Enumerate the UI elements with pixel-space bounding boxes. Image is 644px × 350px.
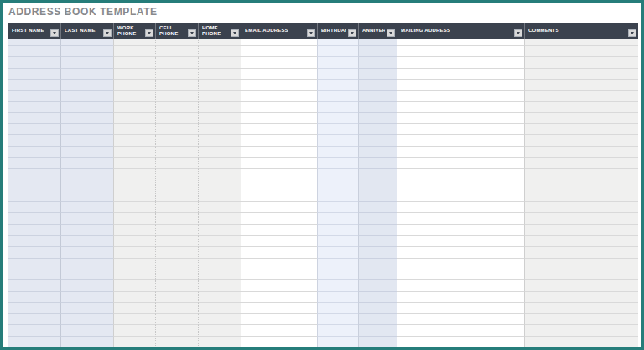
cell-anniversary[interactable] bbox=[358, 303, 397, 314]
cell-first-name[interactable] bbox=[8, 292, 60, 303]
cell-comments[interactable] bbox=[524, 292, 638, 303]
cell-birthday[interactable] bbox=[317, 180, 358, 191]
cell-first-name[interactable] bbox=[8, 158, 60, 169]
cell-email-address[interactable] bbox=[241, 135, 317, 146]
cell-work-phone[interactable] bbox=[113, 124, 155, 135]
cell-mailing-address[interactable] bbox=[397, 259, 524, 269]
cell-comments[interactable] bbox=[524, 259, 638, 269]
column-header-last-name[interactable]: LAST NAME bbox=[60, 23, 113, 39]
cell-birthday[interactable] bbox=[317, 325, 358, 336]
cell-anniversary[interactable] bbox=[358, 202, 397, 213]
cell-anniversary[interactable] bbox=[358, 124, 397, 135]
cell-birthday[interactable] bbox=[317, 225, 358, 236]
cell-home-phone[interactable] bbox=[198, 225, 241, 236]
cell-first-name[interactable] bbox=[8, 236, 60, 247]
cell-work-phone[interactable] bbox=[113, 57, 155, 68]
cell-first-name[interactable] bbox=[8, 169, 60, 180]
cell-birthday[interactable] bbox=[317, 147, 358, 158]
cell-home-phone[interactable] bbox=[198, 202, 241, 213]
cell-work-phone[interactable] bbox=[113, 39, 155, 46]
cell-email-address[interactable] bbox=[241, 158, 317, 169]
cell-cell-phone[interactable] bbox=[155, 135, 198, 146]
cell-anniversary[interactable] bbox=[358, 191, 397, 202]
cell-home-phone[interactable] bbox=[198, 247, 241, 258]
cell-home-phone[interactable] bbox=[198, 80, 241, 91]
cell-last-name[interactable] bbox=[60, 280, 113, 291]
cell-comments[interactable] bbox=[524, 39, 638, 46]
cell-birthday[interactable] bbox=[317, 303, 358, 314]
cell-anniversary[interactable] bbox=[358, 113, 397, 124]
cell-anniversary[interactable] bbox=[358, 247, 397, 258]
cell-cell-phone[interactable] bbox=[155, 213, 198, 224]
cell-work-phone[interactable] bbox=[113, 303, 155, 314]
cell-first-name[interactable] bbox=[8, 202, 60, 213]
cell-anniversary[interactable] bbox=[358, 337, 397, 347]
cell-anniversary[interactable] bbox=[358, 236, 397, 247]
cell-anniversary[interactable] bbox=[358, 180, 397, 191]
cell-cell-phone[interactable] bbox=[155, 113, 198, 124]
cell-first-name[interactable] bbox=[8, 259, 60, 269]
cell-anniversary[interactable] bbox=[358, 102, 397, 112]
cell-email-address[interactable] bbox=[241, 169, 317, 180]
cell-work-phone[interactable] bbox=[113, 213, 155, 224]
cell-mailing-address[interactable] bbox=[397, 314, 524, 325]
cell-comments[interactable] bbox=[524, 213, 638, 224]
cell-work-phone[interactable] bbox=[113, 80, 155, 91]
cell-mailing-address[interactable] bbox=[397, 147, 524, 158]
cell-first-name[interactable] bbox=[8, 113, 60, 124]
cell-last-name[interactable] bbox=[60, 158, 113, 169]
cell-cell-phone[interactable] bbox=[155, 124, 198, 135]
filter-button-birthday[interactable] bbox=[348, 29, 356, 37]
cell-work-phone[interactable] bbox=[113, 280, 155, 291]
cell-birthday[interactable] bbox=[317, 292, 358, 303]
cell-email-address[interactable] bbox=[241, 259, 317, 269]
cell-anniversary[interactable] bbox=[358, 80, 397, 91]
cell-anniversary[interactable] bbox=[358, 57, 397, 68]
cell-anniversary[interactable] bbox=[358, 269, 397, 280]
cell-mailing-address[interactable] bbox=[397, 39, 524, 46]
cell-birthday[interactable] bbox=[317, 102, 358, 112]
cell-cell-phone[interactable] bbox=[155, 269, 198, 280]
cell-home-phone[interactable] bbox=[198, 180, 241, 191]
cell-last-name[interactable] bbox=[60, 259, 113, 269]
cell-home-phone[interactable] bbox=[198, 39, 241, 46]
cell-birthday[interactable] bbox=[317, 80, 358, 91]
cell-comments[interactable] bbox=[524, 124, 638, 135]
cell-cell-phone[interactable] bbox=[155, 147, 198, 158]
cell-work-phone[interactable] bbox=[113, 180, 155, 191]
cell-mailing-address[interactable] bbox=[397, 236, 524, 247]
cell-comments[interactable] bbox=[524, 303, 638, 314]
cell-work-phone[interactable] bbox=[113, 147, 155, 158]
cell-comments[interactable] bbox=[524, 225, 638, 236]
cell-cell-phone[interactable] bbox=[155, 292, 198, 303]
cell-anniversary[interactable] bbox=[358, 91, 397, 102]
cell-birthday[interactable] bbox=[317, 91, 358, 102]
cell-comments[interactable] bbox=[524, 147, 638, 158]
cell-email-address[interactable] bbox=[241, 57, 317, 68]
cell-cell-phone[interactable] bbox=[155, 91, 198, 102]
cell-home-phone[interactable] bbox=[198, 213, 241, 224]
cell-email-address[interactable] bbox=[241, 213, 317, 224]
filter-button-work-phone[interactable] bbox=[145, 29, 153, 37]
cell-last-name[interactable] bbox=[60, 102, 113, 112]
cell-first-name[interactable] bbox=[8, 225, 60, 236]
cell-comments[interactable] bbox=[524, 102, 638, 112]
cell-email-address[interactable] bbox=[241, 247, 317, 258]
cell-home-phone[interactable] bbox=[198, 269, 241, 280]
cell-mailing-address[interactable] bbox=[397, 325, 524, 336]
cell-last-name[interactable] bbox=[60, 236, 113, 247]
cell-anniversary[interactable] bbox=[358, 213, 397, 224]
cell-last-name[interactable] bbox=[60, 213, 113, 224]
cell-comments[interactable] bbox=[524, 202, 638, 213]
cell-email-address[interactable] bbox=[241, 80, 317, 91]
cell-work-phone[interactable] bbox=[113, 202, 155, 213]
column-header-home-phone[interactable]: HOME PHONE bbox=[198, 23, 241, 39]
cell-home-phone[interactable] bbox=[198, 91, 241, 102]
cell-mailing-address[interactable] bbox=[397, 180, 524, 191]
cell-first-name[interactable] bbox=[8, 135, 60, 146]
cell-last-name[interactable] bbox=[60, 337, 113, 347]
cell-mailing-address[interactable] bbox=[397, 292, 524, 303]
cell-work-phone[interactable] bbox=[113, 158, 155, 169]
cell-work-phone[interactable] bbox=[113, 314, 155, 325]
cell-cell-phone[interactable] bbox=[155, 158, 198, 169]
